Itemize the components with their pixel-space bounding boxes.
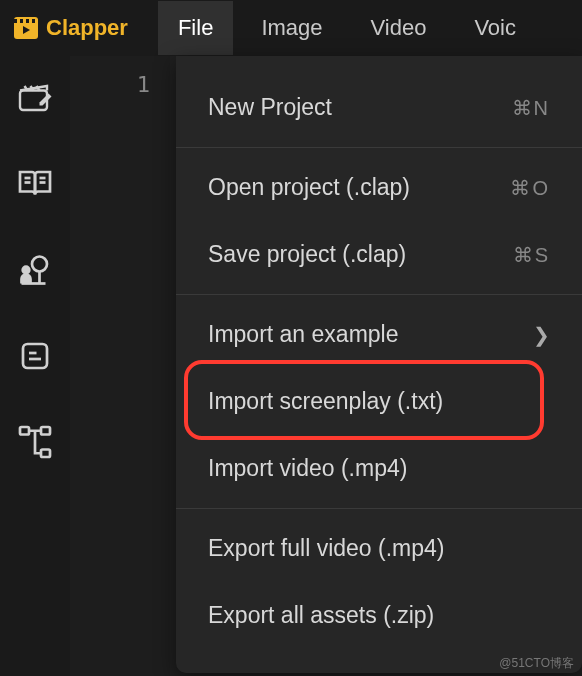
menu-item-label: Import video (.mp4)	[208, 455, 550, 482]
menu-item-label: Open project (.clap)	[208, 174, 510, 201]
line-number: 1	[137, 72, 150, 97]
watermark: @51CTO博客	[499, 655, 574, 672]
person-tree-icon[interactable]	[17, 252, 53, 288]
book-open-icon[interactable]	[17, 166, 53, 202]
menu-item-label: Export all assets (.zip)	[208, 602, 550, 629]
menu-open-project[interactable]: Open project (.clap) ⌘O	[176, 154, 582, 221]
menu-export-full-video[interactable]: Export full video (.mp4)	[176, 515, 582, 582]
svg-rect-14	[41, 450, 50, 458]
svg-point-5	[32, 257, 47, 272]
menu-item-shortcut: ⌘S	[513, 243, 550, 267]
menu-separator	[176, 294, 582, 295]
svg-rect-12	[20, 427, 29, 435]
menu-export-all-assets[interactable]: Export all assets (.zip)	[176, 582, 582, 649]
sidebar	[0, 56, 70, 676]
menu-video[interactable]: Video	[351, 1, 447, 55]
menu-import-video[interactable]: Import video (.mp4)	[176, 435, 582, 502]
menu-item-label: Import an example	[208, 321, 533, 348]
svg-rect-9	[23, 344, 47, 368]
sitemap-icon[interactable]	[17, 424, 53, 460]
menu-new-project[interactable]: New Project ⌘N	[176, 74, 582, 141]
menu-item-label: Import screenplay (.txt)	[208, 388, 550, 415]
line-gutter: 1	[70, 56, 170, 676]
file-dropdown: New Project ⌘N Open project (.clap) ⌘O S…	[176, 56, 582, 673]
menu-item-shortcut: ⌘O	[510, 176, 550, 200]
svg-point-7	[23, 267, 30, 274]
menubar: Clapper File Image Video Voic	[0, 0, 582, 56]
clapper-edit-icon[interactable]	[17, 80, 53, 116]
menu-separator	[176, 508, 582, 509]
menu-items: File Image Video Voic	[158, 1, 536, 55]
app-logo: Clapper	[14, 15, 128, 41]
chevron-right-icon: ❯	[533, 323, 550, 347]
note-icon[interactable]	[17, 338, 53, 374]
menu-save-project[interactable]: Save project (.clap) ⌘S	[176, 221, 582, 288]
menu-import-screenplay[interactable]: Import screenplay (.txt)	[176, 368, 582, 435]
menu-voice[interactable]: Voic	[454, 1, 536, 55]
menu-file[interactable]: File	[158, 1, 233, 55]
svg-rect-13	[41, 427, 50, 435]
menu-import-example[interactable]: Import an example ❯	[176, 301, 582, 368]
menu-item-label: New Project	[208, 94, 512, 121]
menu-item-label: Export full video (.mp4)	[208, 535, 550, 562]
app-name: Clapper	[46, 15, 128, 41]
menu-separator	[176, 147, 582, 148]
clapper-logo-icon	[14, 17, 38, 39]
menu-item-shortcut: ⌘N	[512, 96, 550, 120]
menu-item-label: Save project (.clap)	[208, 241, 513, 268]
menu-image[interactable]: Image	[241, 1, 342, 55]
